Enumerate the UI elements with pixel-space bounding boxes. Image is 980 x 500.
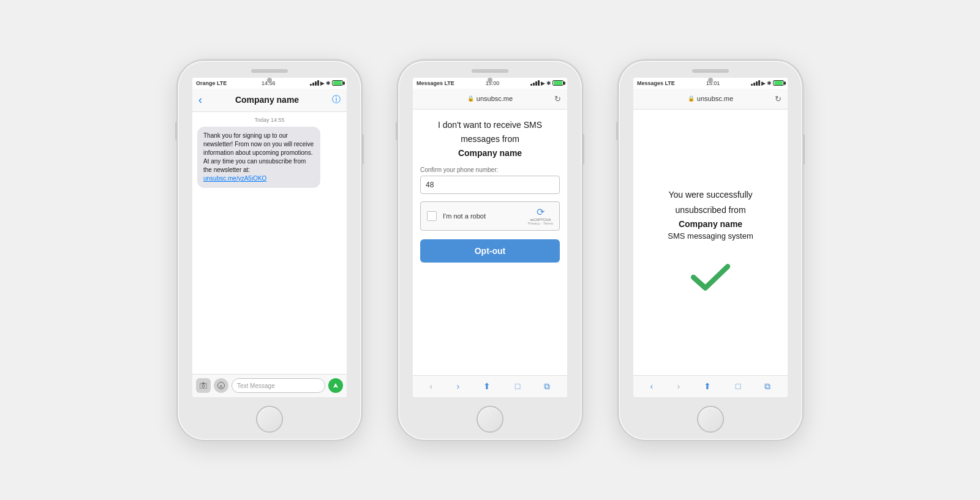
home-button-2[interactable]: [477, 406, 503, 433]
message-input-bar-1: A Text Message: [192, 374, 347, 397]
bar3: [315, 81, 317, 86]
bar4-2: [538, 80, 540, 86]
bluetooth-icon: ✱: [326, 80, 331, 86]
phone-1-screen: Orange LTE 14:56 ▶ ✱: [192, 78, 347, 397]
bar4: [317, 80, 319, 86]
lock-icon-2: 🔒: [467, 95, 474, 102]
app-icon[interactable]: A: [214, 378, 228, 393]
company-name-2: Company name: [458, 148, 522, 158]
captcha-logo-2: ⟳ reCAPTCHA Privacy - Terms: [528, 206, 553, 225]
share-icon-2[interactable]: ⬆: [483, 381, 491, 391]
status-icons-3: ▶ ✱: [751, 80, 784, 86]
battery-1: [332, 80, 343, 86]
camera-dot: [267, 78, 272, 83]
carrier-1: Orange LTE: [196, 80, 227, 86]
browser-toolbar-3: ‹ › ⬆ □ ⧉: [633, 375, 788, 397]
forward-toolbar-icon-2[interactable]: ›: [457, 381, 460, 391]
home-button-3[interactable]: [697, 406, 724, 433]
unsub-title-2b: messages from: [461, 133, 519, 146]
carrier-2: Messages LTE: [417, 80, 454, 86]
refresh-icon-2[interactable]: ↻: [554, 94, 561, 103]
captcha-box-2: I'm not a robot ⟳ reCAPTCHA Privacy - Te…: [420, 201, 560, 231]
success-line2-3: unsubscribed from: [675, 204, 745, 217]
status-icons-1: ▶ ✱: [310, 80, 343, 86]
nav-bar-1: ‹ Company name ⓘ: [192, 89, 347, 112]
nav-title-1: Company name: [235, 95, 299, 105]
camera-dot-3: [708, 78, 713, 83]
phone-input-2[interactable]: [420, 176, 560, 194]
back-toolbar-icon-3[interactable]: ‹: [650, 381, 654, 391]
url-bar-3: 🔒 unsubsc.me ↻: [633, 89, 788, 110]
phone-3-screen: Messages LTE 15:01 ▶ ✱: [633, 78, 788, 397]
camera-dot-2: [488, 78, 492, 83]
send-button-1[interactable]: [328, 378, 343, 393]
phones-container: Orange LTE 14:56 ▶ ✱: [153, 36, 827, 465]
bar1-2: [530, 84, 532, 86]
svg-marker-5: [333, 383, 338, 388]
speaker-3: [692, 69, 729, 73]
battery-fill-1: [333, 81, 342, 85]
browser-content-2: I don't want to receive SMS messages fro…: [413, 110, 567, 375]
phone-label-2: Confirm your phone number:: [420, 166, 498, 173]
bar3-2: [535, 81, 537, 86]
bookmarks-icon-2[interactable]: □: [515, 381, 520, 391]
bluetooth-icon-3: ✱: [767, 80, 772, 86]
message-date-1: Today 14:55: [197, 117, 342, 123]
browser-toolbar-2: ‹ › ⬆ □ ⧉: [413, 375, 567, 397]
message-bubble-1: Thank you for signing up to our newslett…: [197, 127, 320, 188]
success-content-3: You were successfully unsubscribed from …: [633, 110, 788, 375]
success-line1-3: You were successfully: [668, 188, 752, 201]
tabs-icon-3[interactable]: ⧉: [764, 381, 771, 392]
arrow-icon-2: ▶: [541, 80, 545, 86]
phone-2: Messages LTE 15:00 ▶ ✱: [398, 61, 582, 440]
unsub-title-2: I don't want to receive SMS: [438, 119, 542, 132]
success-line3-3: SMS messaging system: [668, 231, 753, 241]
home-button-1[interactable]: [256, 406, 283, 433]
bar3-3: [756, 81, 758, 86]
wifi-icon: ▶: [320, 80, 325, 86]
svg-rect-0: [200, 384, 207, 389]
svg-point-1: [202, 385, 205, 387]
refresh-icon-3[interactable]: ↻: [775, 94, 782, 103]
url-display-2: 🔒 unsubsc.me: [467, 95, 513, 102]
message-text-1: Thank you for signing up to our newslett…: [203, 132, 314, 173]
camera-icon[interactable]: [196, 378, 211, 393]
company-name-3: Company name: [679, 219, 742, 229]
message-input-1[interactable]: Text Message: [232, 378, 325, 393]
success-checkmark: [689, 259, 732, 296]
phone-3: Messages LTE 15:01 ▶ ✱: [619, 61, 802, 440]
bar1: [310, 84, 312, 86]
forward-toolbar-icon-3[interactable]: ›: [677, 381, 680, 391]
bar2-3: [753, 83, 755, 86]
info-button-1[interactable]: ⓘ: [332, 94, 341, 105]
phone-1: Orange LTE 14:56 ▶ ✱: [178, 61, 361, 440]
svg-text:A: A: [219, 384, 223, 389]
battery-fill-2: [554, 81, 562, 85]
bookmarks-icon-3[interactable]: □: [736, 381, 741, 391]
battery-3: [773, 80, 784, 86]
bar2: [312, 83, 314, 86]
arrow-icon-3: ▶: [761, 80, 766, 86]
recaptcha-icon: ⟳: [537, 206, 545, 218]
message-content-1: Today 14:55 Thank you for signing up to …: [192, 112, 347, 374]
signal-bars-2: [530, 80, 540, 86]
back-toolbar-icon-2[interactable]: ‹: [430, 381, 433, 391]
speaker-2: [472, 69, 508, 73]
message-link-1[interactable]: unsubsc.me/yzA5iOKQ: [203, 175, 266, 182]
url-text-3: unsubsc.me: [697, 95, 733, 102]
speaker: [251, 69, 288, 73]
url-bar-2: 🔒 unsubsc.me ↻: [413, 89, 567, 110]
battery-2: [552, 80, 564, 86]
lock-icon-3: 🔒: [688, 95, 695, 102]
back-button-1[interactable]: ‹: [198, 94, 202, 106]
bar2-2: [533, 83, 535, 86]
battery-fill-3: [774, 81, 783, 85]
tabs-icon-2[interactable]: ⧉: [544, 381, 550, 392]
signal-bars-3: [751, 80, 760, 86]
share-icon-3[interactable]: ⬆: [704, 381, 711, 391]
optout-button-2[interactable]: Opt-out: [420, 239, 560, 263]
input-placeholder-1: Text Message: [237, 382, 275, 389]
phone-2-screen: Messages LTE 15:00 ▶ ✱: [413, 78, 567, 397]
bar1-3: [751, 84, 753, 86]
captcha-checkbox-2[interactable]: [427, 211, 437, 221]
